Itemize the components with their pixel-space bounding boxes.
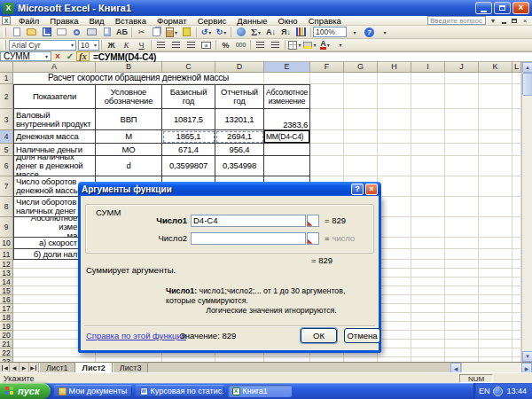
tab-sheet2[interactable]: Лист2 xyxy=(75,363,113,372)
cell-H2[interactable] xyxy=(378,84,411,109)
dialog-close-button[interactable]: × xyxy=(365,184,378,195)
select-all-corner[interactable] xyxy=(0,62,13,73)
menu-window[interactable]: Окно xyxy=(273,16,303,26)
arg1-input[interactable]: D4-C4 xyxy=(191,215,306,227)
cell-J20[interactable] xyxy=(445,331,479,340)
menu-format[interactable]: Формат xyxy=(152,16,192,26)
restore-button[interactable] xyxy=(494,2,511,14)
vertical-scrollbar[interactable]: ▲ ▼ xyxy=(521,62,532,362)
row-header-12[interactable]: 12 xyxy=(0,260,13,269)
cell-C5[interactable]: 671,4 xyxy=(162,144,215,156)
align-center-button[interactable] xyxy=(169,39,183,51)
column-header-K[interactable]: K xyxy=(479,62,512,73)
cell-I10[interactable] xyxy=(411,238,445,249)
column-header-B[interactable]: B xyxy=(96,62,162,73)
format-painter-button[interactable] xyxy=(180,27,193,38)
taskbar-item-word-doc[interactable]: W Курсовая по статис... xyxy=(136,385,224,397)
cell-J6[interactable] xyxy=(445,156,479,176)
cell-H12[interactable] xyxy=(378,260,411,269)
cut-button[interactable]: ✂ xyxy=(135,27,148,38)
cell-H9[interactable] xyxy=(378,217,411,238)
cell-G6[interactable] xyxy=(344,156,378,176)
cell-H1[interactable] xyxy=(378,73,411,84)
cell-J22[interactable] xyxy=(445,348,479,357)
cell-H22[interactable] xyxy=(378,348,411,357)
arg2-range-select-button[interactable]: ◣ xyxy=(307,232,319,245)
hyperlink-button[interactable] xyxy=(234,27,247,38)
sort-descending-button[interactable]: Я↓ xyxy=(279,27,293,38)
cell-I3[interactable] xyxy=(411,109,445,130)
column-header-C[interactable]: C xyxy=(162,62,215,73)
cell-K6[interactable] xyxy=(479,156,512,176)
cell-L2[interactable] xyxy=(512,84,521,109)
cell-E1[interactable] xyxy=(264,73,310,84)
taskbar-item-my-documents[interactable]: Мои документы xyxy=(54,385,132,397)
cell-C4[interactable]: 1865,1 xyxy=(162,130,215,144)
cell-I8[interactable] xyxy=(411,197,445,217)
scroll-up-icon[interactable]: ▲ xyxy=(522,62,532,73)
dialog-help-button[interactable]: ? xyxy=(351,184,364,195)
cell-G4[interactable] xyxy=(344,130,378,144)
first-sheet-button[interactable]: ◀ xyxy=(0,363,10,372)
cell-D2[interactable]: Отчетный год xyxy=(215,84,264,109)
cell-H4[interactable] xyxy=(378,130,411,144)
print-button[interactable] xyxy=(85,27,98,38)
cell-I15[interactable] xyxy=(411,286,445,295)
percent-style-button[interactable]: % xyxy=(219,39,232,51)
cell-A5[interactable]: Наличные деньги xyxy=(13,144,96,156)
tray-icon[interactable] xyxy=(493,387,503,396)
cell-C6[interactable]: 0,3599807 xyxy=(162,156,215,176)
cell-E5[interactable] xyxy=(264,144,310,156)
cell-K8[interactable] xyxy=(479,197,512,217)
cell-E4[interactable]: ММ(D4-C4) xyxy=(264,130,310,144)
cell-L10[interactable] xyxy=(512,238,521,249)
horizontal-scroll-track[interactable] xyxy=(461,363,521,372)
row-header-20[interactable]: 20 xyxy=(0,331,13,340)
cell-H8[interactable] xyxy=(378,197,411,217)
menu-view[interactable]: Вид xyxy=(83,16,109,26)
name-box[interactable]: СУММ▾ xyxy=(0,51,51,61)
cell-H15[interactable] xyxy=(378,286,411,295)
cell-L6[interactable] xyxy=(512,156,521,176)
decrease-indent-button[interactable] xyxy=(254,39,267,51)
cell-J17[interactable] xyxy=(445,304,479,313)
cell-F5[interactable] xyxy=(310,144,344,156)
row-header-15[interactable]: 15 xyxy=(0,286,13,295)
copy-button[interactable] xyxy=(150,27,163,38)
column-header-F[interactable]: F xyxy=(310,62,344,73)
cell-E3[interactable]: 2383,6 xyxy=(264,109,310,130)
zoom-select[interactable]: 100% xyxy=(313,27,347,37)
cell-G1[interactable] xyxy=(344,73,378,84)
align-right-button[interactable] xyxy=(184,39,198,51)
row-header-18[interactable]: 18 xyxy=(0,313,13,322)
row-header-17[interactable]: 17 xyxy=(0,304,13,313)
cell-G3[interactable] xyxy=(344,109,378,130)
comma-style-button[interactable]: 000 xyxy=(234,39,247,51)
cell-I16[interactable] xyxy=(411,295,445,304)
cell-D6[interactable]: 0,354998 xyxy=(215,156,264,176)
row-header-21[interactable]: 21 xyxy=(0,340,13,348)
cell-H20[interactable] xyxy=(378,331,411,340)
cell-A2[interactable]: Показатели xyxy=(13,84,96,109)
cell-K22[interactable] xyxy=(479,348,512,357)
cell-K21[interactable] xyxy=(479,340,512,348)
cell-H18[interactable] xyxy=(378,313,411,322)
cell-L18[interactable] xyxy=(512,313,521,322)
cell-K20[interactable] xyxy=(479,331,512,340)
font-size-select[interactable]: 10▾ xyxy=(78,40,99,51)
save-button[interactable] xyxy=(40,27,53,38)
borders-button[interactable]: ▾ xyxy=(288,39,301,51)
menu-tools[interactable]: Сервис xyxy=(192,16,232,26)
cell-L19[interactable] xyxy=(512,322,521,331)
mail-button[interactable] xyxy=(55,27,68,38)
cell-L1[interactable] xyxy=(512,73,521,84)
row-header-14[interactable]: 14 xyxy=(0,278,13,286)
row-header-4[interactable]: 4 xyxy=(0,130,13,144)
cell-E6[interactable] xyxy=(264,156,310,176)
cell-L7[interactable] xyxy=(512,176,521,197)
cell-K12[interactable] xyxy=(479,260,512,269)
ok-button[interactable]: ОК xyxy=(301,328,337,343)
cell-L12[interactable] xyxy=(512,260,521,269)
column-header-J[interactable]: J xyxy=(445,62,479,73)
workbook-icon[interactable]: X xyxy=(2,16,11,25)
